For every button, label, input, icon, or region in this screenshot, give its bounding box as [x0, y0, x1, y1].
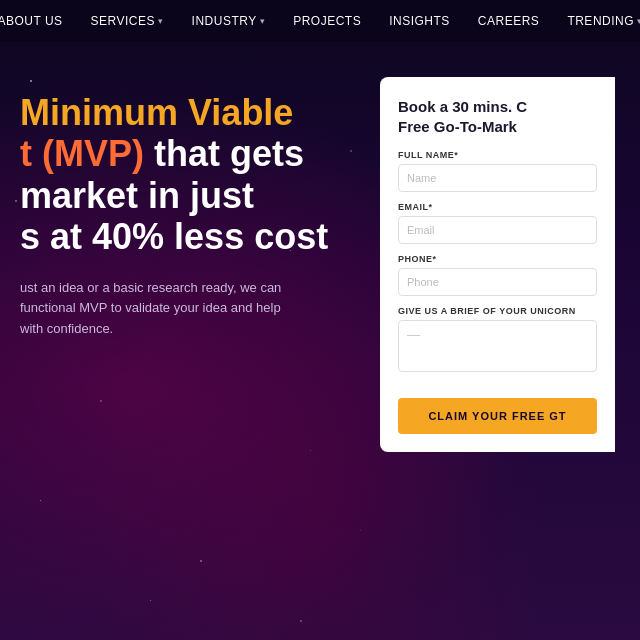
nav-about-us[interactable]: ABOUT US [0, 14, 63, 28]
nav-projects[interactable]: PROJECTS [293, 14, 361, 28]
navbar: ABOUT US SERVICES ▾ INDUSTRY ▾ PROJECTS … [0, 0, 640, 42]
full-name-label: FULL NAME* [398, 150, 597, 160]
hero-title: Minimum Viable t (MVP) that gets market … [20, 92, 380, 258]
brief-group: GIVE US A BRIEF OF YOUR UNICORN [398, 306, 597, 376]
full-name-input[interactable] [398, 164, 597, 192]
email-label: EMAIL* [398, 202, 597, 212]
phone-input[interactable] [398, 268, 597, 296]
hero-section: Minimum Viable t (MVP) that gets market … [0, 82, 380, 452]
nav-industry[interactable]: INDUSTRY ▾ [192, 14, 266, 28]
form-card: Book a 30 mins. C Free Go-To-Mark FULL N… [380, 77, 615, 452]
nav-services[interactable]: SERVICES ▾ [91, 14, 164, 28]
brief-label: GIVE US A BRIEF OF YOUR UNICORN [398, 306, 597, 316]
phone-label: PHONE* [398, 254, 597, 264]
hero-subtitle: ust an idea or a basic research ready, w… [20, 278, 340, 340]
form-card-title: Book a 30 mins. C Free Go-To-Mark [398, 97, 597, 136]
email-group: EMAIL* [398, 202, 597, 244]
full-name-group: FULL NAME* [398, 150, 597, 192]
claim-button[interactable]: CLAIM YOUR FREE GT [398, 398, 597, 434]
main-content: Minimum Viable t (MVP) that gets market … [0, 42, 640, 452]
email-input[interactable] [398, 216, 597, 244]
nav-trending[interactable]: TRENDING ▾ [567, 14, 640, 28]
nav-insights[interactable]: INSIGHTS [389, 14, 450, 28]
phone-group: PHONE* [398, 254, 597, 296]
chevron-down-icon: ▾ [260, 16, 266, 26]
nav-careers[interactable]: CAREERS [478, 14, 540, 28]
brief-textarea[interactable] [398, 320, 597, 372]
chevron-down-icon: ▾ [158, 16, 164, 26]
